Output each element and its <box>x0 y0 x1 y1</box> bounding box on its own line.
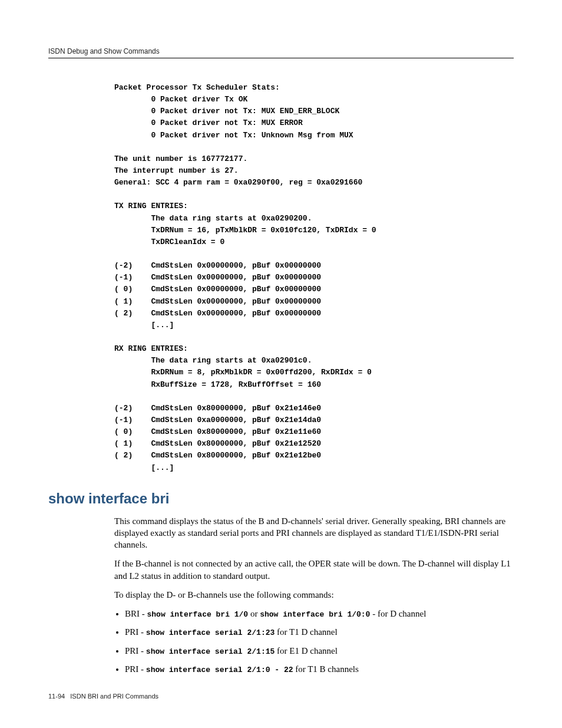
list-tail: - for D channel <box>370 609 426 618</box>
list-sep: - <box>140 609 147 618</box>
section-body: This command displays the status of the … <box>114 515 514 676</box>
command-text: show interface serial 2/1:23 <box>146 628 275 637</box>
list-sep: - <box>138 664 146 674</box>
running-head: ISDN Debug and Show Commands <box>48 47 514 58</box>
list-label: PRI <box>125 664 138 674</box>
paragraph: This command displays the status of the … <box>114 515 514 551</box>
list-sep: - <box>138 627 146 637</box>
list-item: PRI - show interface serial 2/1:0 - 22 f… <box>125 663 514 676</box>
list-item: BRI - show interface bri 1/0 or show int… <box>125 608 514 620</box>
page: ISDN Debug and Show Commands Packet Proc… <box>0 0 562 728</box>
command-list: BRI - show interface bri 1/0 or show int… <box>114 608 514 676</box>
section-heading: show interface bri <box>48 490 514 507</box>
command-text: show interface bri 1/0:0 <box>260 610 370 619</box>
list-item: PRI - show interface serial 2/1:15 for E… <box>125 645 514 657</box>
footer-title: ISDN BRI and PRI Commands <box>70 693 158 700</box>
page-number: 11-94 <box>48 693 65 700</box>
command-text: show interface serial 2/1:15 <box>146 647 275 656</box>
list-label: PRI <box>125 646 138 655</box>
list-item: PRI - show interface serial 2/1:23 for T… <box>125 626 514 638</box>
command-text: show interface bri 1/0 <box>147 610 249 619</box>
list-label: PRI <box>125 627 138 637</box>
list-tail: for E1 D channel <box>275 646 338 655</box>
list-label: BRI <box>125 609 140 618</box>
code-output-block: Packet Processor Tx Scheduler Stats: 0 P… <box>114 82 514 474</box>
list-tail: for T1 D channel <box>275 627 337 637</box>
paragraph: If the B-channel is not connected by an … <box>114 558 514 582</box>
page-footer: 11-94 ISDN BRI and PRI Commands <box>48 693 158 700</box>
list-tail: for T1 B channels <box>293 664 358 674</box>
list-mid: or <box>248 609 260 618</box>
list-sep: - <box>138 646 146 655</box>
paragraph: To display the D- or B-channels use the … <box>114 589 514 601</box>
command-text: show interface serial 2/1:0 - 22 <box>146 666 293 674</box>
